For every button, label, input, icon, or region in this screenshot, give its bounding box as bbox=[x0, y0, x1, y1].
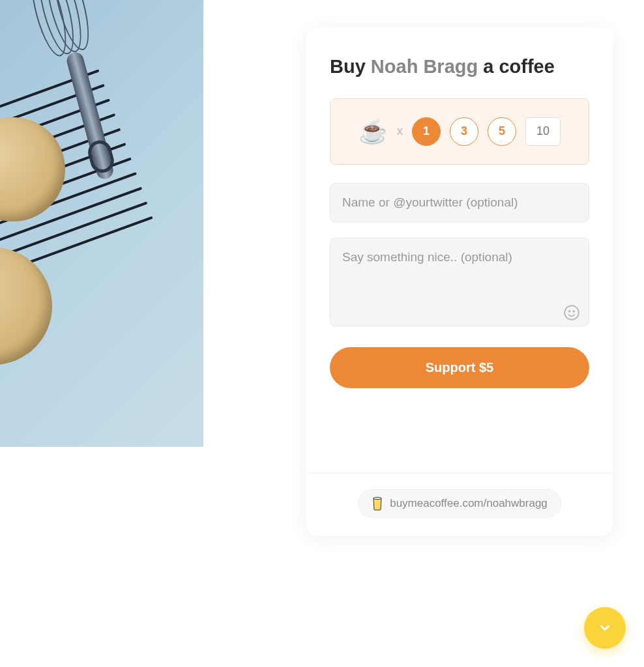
title-suffix: a coffee bbox=[478, 56, 555, 77]
message-wrap bbox=[330, 238, 589, 329]
name-input[interactable] bbox=[330, 183, 589, 222]
support-button[interactable]: Support $5 bbox=[330, 347, 589, 388]
svg-point-2 bbox=[573, 311, 574, 312]
creator-name: Noah Bragg bbox=[371, 56, 478, 77]
profile-link[interactable]: buymeacoffee.com/noahwbragg bbox=[358, 489, 561, 518]
emoji-icon[interactable] bbox=[563, 304, 580, 321]
times-symbol: x bbox=[397, 124, 403, 138]
quantity-option-1[interactable]: 1 bbox=[412, 117, 441, 146]
scroll-down-button[interactable] bbox=[584, 607, 626, 649]
coffee-icon: ☕ bbox=[359, 120, 388, 143]
quantity-option-5[interactable]: 5 bbox=[488, 117, 516, 146]
quantity-custom-input[interactable] bbox=[525, 117, 561, 146]
quantity-selector: ☕ x 1 3 5 bbox=[330, 98, 589, 165]
svg-point-1 bbox=[569, 311, 570, 312]
chevron-down-icon bbox=[598, 621, 612, 635]
profile-link-text: buymeacoffee.com/noahwbragg bbox=[390, 497, 548, 510]
support-card: Buy Noah Bragg a coffee ☕ x 1 3 5 Suppor… bbox=[306, 27, 613, 536]
hero-image bbox=[0, 0, 203, 447]
cup-icon bbox=[372, 496, 383, 511]
message-input[interactable] bbox=[330, 238, 589, 326]
card-title: Buy Noah Bragg a coffee bbox=[330, 53, 589, 80]
svg-point-0 bbox=[564, 305, 579, 320]
svg-point-3 bbox=[373, 497, 381, 499]
title-prefix: Buy bbox=[330, 56, 371, 77]
quantity-option-3[interactable]: 3 bbox=[450, 117, 478, 146]
profile-link-section: buymeacoffee.com/noahwbragg bbox=[306, 473, 613, 536]
